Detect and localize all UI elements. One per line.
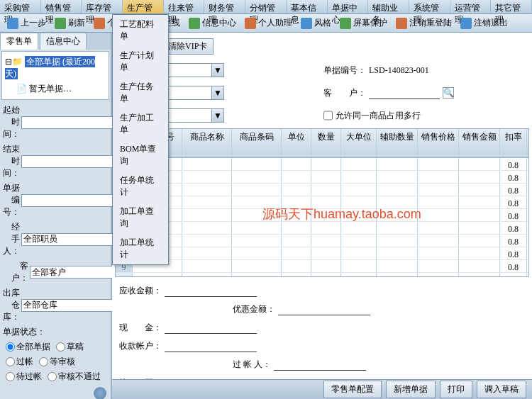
col-header-10[interactable]: 扣率 <box>500 129 527 157</box>
status-radio-0[interactable]: 全部单据 <box>6 341 50 353</box>
col-header-6[interactable]: 大单位 <box>341 129 377 157</box>
doc-tree[interactable]: ⊟📁 全部单据 (最近200天) 📄 暂无单据… <box>1 51 109 100</box>
dropdown-item-1[interactable]: 生产计划单 <box>113 46 168 77</box>
dropdown-item-3[interactable]: 生产加工单 <box>113 108 168 140</box>
dropdown-item-6[interactable]: 加工单查询 <box>113 202 168 233</box>
menu-12[interactable]: 其它管理 <box>491 0 532 13</box>
menu-4[interactable]: 往来管理 <box>164 0 205 13</box>
status-radio-4[interactable]: 待过帐 <box>6 371 42 383</box>
col-header-2[interactable]: 商品名称 <box>182 129 232 157</box>
menu-1[interactable]: 销售管理 <box>41 0 82 13</box>
doc-number: LSD-140823-001 <box>369 65 429 76</box>
menu-0[interactable]: 采购管理 <box>0 0 41 13</box>
tool-7[interactable]: 屏幕保护 <box>336 17 392 29</box>
dropdown-item-2[interactable]: 生产任务单 <box>113 77 168 108</box>
dropdown-item-5[interactable]: 任务单统计 <box>113 171 168 202</box>
footer-btn-1[interactable]: 新增单据 <box>386 381 436 398</box>
tool-9[interactable]: 注销退出 <box>456 17 512 29</box>
receivable-input[interactable] <box>165 284 257 297</box>
table-row[interactable]: 50.8 <box>116 209 528 222</box>
dropdown-icon[interactable]: ▼ <box>211 63 224 77</box>
menu-9[interactable]: 辅助业务 <box>368 0 409 13</box>
table-row[interactable]: 20.8 <box>116 171 528 184</box>
table-row[interactable]: 100.8 <box>116 273 528 277</box>
menu-10[interactable]: 系统管理 <box>409 0 450 13</box>
page-button[interactable] <box>94 387 106 399</box>
table-row[interactable]: 90.8 <box>116 260 528 273</box>
menu-7[interactable]: 基本信息 <box>287 0 328 13</box>
footer-btn-3[interactable]: 调入草稿 <box>477 381 526 398</box>
col-header-7[interactable]: 辅助数量 <box>377 129 418 157</box>
table-row[interactable]: 80.8 <box>116 247 528 260</box>
dropdown-icon[interactable]: ▼ <box>211 86 224 100</box>
tree-root[interactable]: 全部单据 (最近200天) <box>5 56 95 79</box>
status-radio-3[interactable]: 等审核 <box>39 356 75 368</box>
col-header-3[interactable]: 商品条码 <box>232 129 282 157</box>
table-row[interactable]: 70.8 <box>116 235 528 247</box>
cash-input[interactable] <box>165 321 257 334</box>
menu-11[interactable]: 运营管理 <box>450 0 492 13</box>
status-radio-1[interactable]: 草稿 <box>56 341 84 353</box>
tool-1[interactable]: 刷新 <box>50 17 89 29</box>
dropdown-icon[interactable]: ▼ <box>211 108 224 123</box>
dropdown-item-7[interactable]: 加工单统计 <box>113 233 168 264</box>
table-row[interactable]: 60.8 <box>116 222 528 235</box>
tool-8[interactable]: 注销重登陆 <box>392 17 456 29</box>
tab-retail[interactable]: 零售单 <box>0 33 38 50</box>
col-header-8[interactable]: 销售价格 <box>418 129 459 157</box>
account-input[interactable] <box>165 339 257 352</box>
menu-6[interactable]: 分销管理 <box>245 0 287 13</box>
table-row[interactable]: 40.8 <box>116 196 528 209</box>
tool-4[interactable]: 信息中心 <box>184 17 240 29</box>
discount-input[interactable] <box>278 303 370 315</box>
status-radio-5[interactable]: 审核不通过 <box>48 371 101 383</box>
table-row[interactable]: 30.8 <box>116 184 528 196</box>
col-header-5[interactable]: 数量 <box>311 129 341 157</box>
tool-6[interactable]: 风格 <box>297 17 336 29</box>
clear-vip-button[interactable]: 清除VIP卡 <box>162 38 214 55</box>
search-icon[interactable]: 🔍 <box>443 87 454 99</box>
menu-5[interactable]: 财务管理 <box>204 0 245 13</box>
multi-row-checkbox[interactable] <box>323 109 333 122</box>
footer-btn-0[interactable]: 零售单配置 <box>323 381 382 398</box>
menu-8[interactable]: 单据中心 <box>328 0 369 13</box>
col-header-4[interactable]: 单位 <box>282 129 311 157</box>
customer-field[interactable] <box>369 86 440 99</box>
tool-0[interactable]: 上一步 <box>3 17 50 29</box>
production-dropdown: 工艺配料单生产计划单生产任务单生产加工单BOM单查询任务单统计加工单查询加工单统… <box>112 14 169 265</box>
dropdown-item-0[interactable]: 工艺配料单 <box>113 15 168 46</box>
menu-3[interactable]: 生产管理 <box>123 0 164 13</box>
status-radio-2[interactable]: 过帐 <box>6 356 33 368</box>
dropdown-item-4[interactable]: BOM单查询 <box>113 140 168 171</box>
footer-btn-2[interactable]: 打印 <box>440 381 472 398</box>
tree-empty: 暂无单据… <box>29 84 72 94</box>
tab-msgcenter[interactable]: 信息中心 <box>40 33 87 50</box>
postedby-input[interactable] <box>274 358 366 371</box>
tool-5[interactable]: 个人助理 <box>240 17 297 29</box>
col-header-9[interactable]: 销售金额 <box>459 129 500 157</box>
menu-2[interactable]: 库存管理 <box>82 0 123 13</box>
items-grid: 序号商品编号商品名称商品条码单位数量大单位辅助数量销售价格销售金额扣率 10.8… <box>115 128 529 277</box>
table-row[interactable]: 10.8 <box>116 158 528 171</box>
